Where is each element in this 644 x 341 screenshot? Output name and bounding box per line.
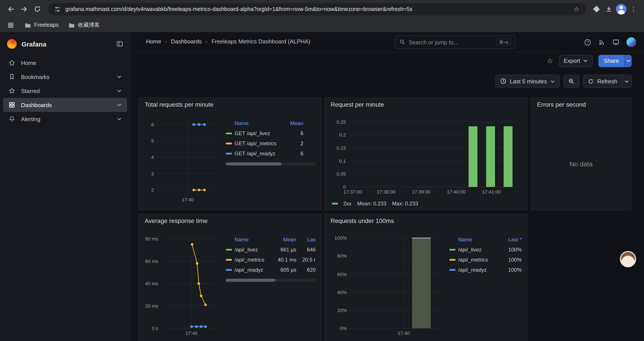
legend-row[interactable]: /api/_metrics 100% [449,254,522,265]
bookmark-folder-freeleaps[interactable]: Freeleaps [24,22,58,28]
legend-col-name[interactable]: Name [458,237,501,243]
favorite-star-button[interactable]: ☆ [547,57,553,65]
kiosk-mode-button[interactable] [612,39,620,46]
refresh-interval-button[interactable] [622,75,631,87]
breadcrumb-home[interactable]: Home [146,38,161,45]
panel-total-requests: Total requests per minute 6543217:40 Nam… [138,97,321,210]
assistant-avatar[interactable] [620,251,636,267]
reload-button[interactable] [31,3,44,16]
breadcrumb: Home › Dashboards › Freeleaps Metrics Da… [146,38,310,45]
series-swatch [449,269,456,270]
legend-row[interactable]: GET /api/_livez 6 [226,128,316,138]
sidebar-item-alerting[interactable]: Alerting [3,112,127,126]
chevron-down-icon [550,79,555,84]
search-box[interactable]: ⌘+k [395,36,516,49]
legend-scrollbar[interactable] [226,162,316,165]
scrollbar-thumb[interactable] [226,162,282,165]
sidebar-item-label: Starred [21,88,40,94]
news-button[interactable] [598,39,606,46]
no-data-message: No data [531,160,631,168]
bookmark-label: Freeleaps [34,22,58,28]
sidebar-item-starred[interactable]: Starred [3,84,127,98]
refresh-button-group: Refresh [583,75,632,88]
panel-legend: Name Mean Las /api/_livez 661 µs 646 [222,228,316,341]
search-input[interactable] [408,39,493,46]
bookmark-folder-blog[interactable]: 收藏博客 [68,21,100,29]
legend-col-last[interactable]: Las [296,237,316,243]
export-label: Export [564,58,580,64]
browser-menu-button[interactable]: ⋮ [627,3,640,15]
series-swatch [226,142,232,144]
y-axis-tick: 6 [136,122,154,128]
panel-title[interactable]: Average response time [139,214,321,227]
export-button[interactable]: Export [559,55,593,67]
sidebar-item-home[interactable]: Home [3,56,127,70]
legend-row[interactable]: GET /api/_readyz 6 [226,148,316,158]
legend-item[interactable]: 2xx [332,201,351,207]
panel-title[interactable]: Total requests per minute [139,98,321,111]
legend-row[interactable]: /api/_metrics 40.1 ms 20.5 r [226,254,316,265]
series-swatch [449,259,456,260]
time-range-button[interactable]: Last 5 minutes [496,75,560,88]
series-mean: 661 µs [271,246,296,253]
forward-arrow-icon [20,5,28,13]
legend-col-mean[interactable]: Mean [284,120,303,126]
site-info-icon[interactable] [54,3,62,15]
series-mean: 605 µs [271,267,296,273]
refresh-label: Refresh [597,78,617,85]
panel-legend: Name Mean GET /api/_livez 6 GET /api/_me… [222,112,316,206]
y-axis-tick: 0.25 [328,119,346,125]
bookmark-star-icon[interactable]: ☆ [572,3,581,15]
series-swatch [226,153,232,154]
legend-col-last[interactable]: Last * [501,237,522,243]
zoom-out-button[interactable] [564,75,580,88]
downloads-button[interactable] [603,3,615,15]
svg-text:?: ? [586,40,589,44]
forward-button[interactable] [18,3,31,16]
screen: grafana.mathmast.com/d/deytv4rwavabkb/fr… [0,0,644,341]
sidebar-toggle-button[interactable] [116,40,123,47]
x-axis-tick: 17:37:00 [338,189,368,194]
series-name: /api/_readyz [234,267,271,273]
sidebar-item-label: Dashboards [21,102,52,108]
help-button[interactable]: ? [584,38,592,46]
series-name: /api/_livez [234,246,271,253]
sidebar-item-label: Home [21,60,36,66]
share-button[interactable]: Share [599,55,624,67]
sidebar-item-bookmarks[interactable]: Bookmarks [3,70,127,84]
panel-title[interactable]: Requests under 100ms [325,214,527,227]
dashboard-actions: ☆ Export Share [131,52,644,69]
help-icon: ? [584,38,592,46]
legend-row[interactable]: /api/_livez 661 µs 646 [226,244,316,254]
profile-button[interactable] [615,3,627,15]
y-axis-tick: 80 ms [140,236,158,242]
refresh-button[interactable]: Refresh [584,75,622,87]
breadcrumb-dashboards[interactable]: Dashboards [171,38,202,45]
x-axis-tick: 17:40 [173,197,203,202]
apps-grid-button[interactable] [6,21,15,30]
sync-icon [588,78,594,84]
panel-title[interactable]: Errors per second [531,98,631,111]
back-button[interactable] [4,3,18,16]
legend-col-mean[interactable]: Mean [271,237,296,243]
panel-title[interactable]: Request per minute [325,98,527,111]
y-axis-tick: 20 ms [140,303,158,309]
url-bar[interactable]: grafana.mathmast.com/d/deytv4rwavabkb/fr… [48,3,586,15]
header-icons: ? [584,36,636,49]
legend-col-name[interactable]: Name [234,120,284,126]
legend-row[interactable]: /api/_readyz 100% [449,265,522,275]
grafana-logo[interactable] [7,39,17,49]
share-menu-button[interactable] [624,55,632,67]
legend-row[interactable]: GET /api/_metrics 2 [226,138,316,148]
user-avatar[interactable] [626,37,636,47]
y-axis-tick: 5 [136,138,154,144]
legend-row[interactable]: /api/_readyz 605 µs 620 [226,265,316,275]
legend-scrollbar[interactable] [226,279,316,282]
sidebar-item-dashboards[interactable]: Dashboards [3,98,127,112]
series-name: /api/_readyz [458,267,501,273]
series-swatch [226,259,232,260]
legend-row[interactable]: /api/_livez 100% [449,244,522,254]
extensions-button[interactable] [590,3,603,15]
legend-col-name[interactable]: Name [234,237,271,243]
scrollbar-thumb[interactable] [226,279,275,282]
